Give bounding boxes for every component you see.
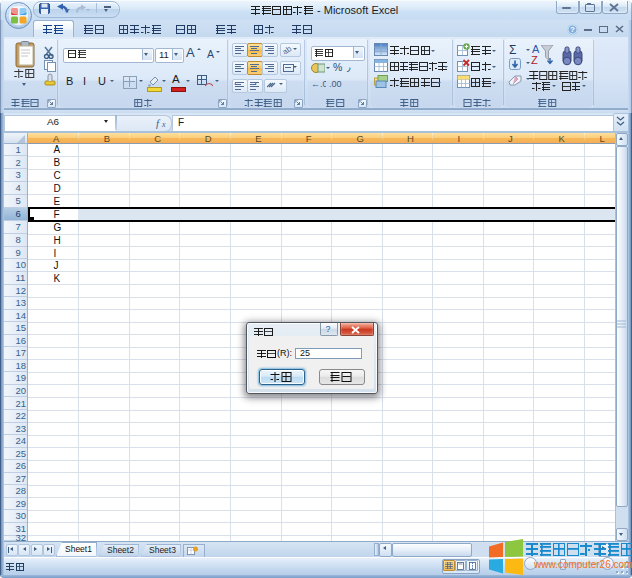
svg-text:x: x <box>161 120 166 129</box>
svg-text:ab: ab <box>283 45 294 54</box>
svg-text:f: f <box>156 117 161 129</box>
svg-text:?: ? <box>570 25 575 34</box>
svg-text:←.0: ←.0 <box>311 79 326 89</box>
svg-text:.00: .00 <box>329 79 342 89</box>
